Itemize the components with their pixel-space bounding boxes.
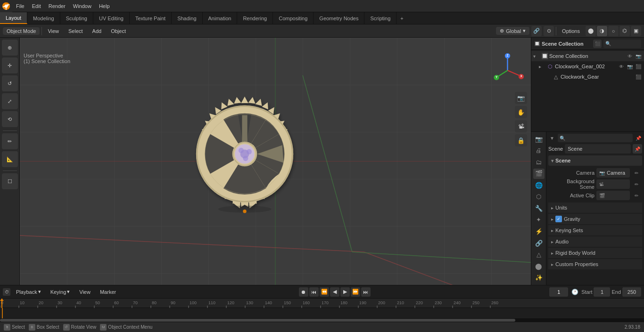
tab-uv-editing[interactable]: UV Editing [93,12,130,24]
clock-icon[interactable]: 🕐 [570,287,579,297]
tab-layout[interactable]: Layout [0,12,27,24]
end-frame-input[interactable]: 250 [622,287,641,297]
transport-next-keyframe[interactable]: ⏩ [351,287,360,297]
tab-sculpting[interactable]: Sculpting [60,12,93,24]
gear002-render-icon[interactable]: 📷 [626,64,634,69]
viewport-shading-solid[interactable]: ⬤ [586,26,596,36]
units-section-header[interactable]: ▸ Units [548,202,642,213]
viewport-camera-view[interactable]: 📽 [515,120,527,132]
menu-help[interactable]: Help [95,0,114,12]
viewport-shading-material[interactable]: ◑ [597,26,607,36]
tab-compositing[interactable]: Compositing [273,12,314,24]
bg-scene-picker[interactable]: 📽 [596,179,630,189]
tab-render-icon[interactable]: 📷 [533,134,545,145]
current-frame-input[interactable]: 1 [549,287,568,297]
viewport-3d[interactable]: User Perspective (1) Scene Collection Z … [20,38,531,285]
tab-output-icon[interactable]: 🖨 [533,146,545,156]
tab-data-icon[interactable]: △ [533,249,545,260]
add-menu[interactable]: Add [89,27,106,35]
visibility-eye-icon[interactable]: 👁 [626,54,634,59]
tab-add-button[interactable]: + [396,16,407,21]
outliner-search[interactable]: 🔍 [603,40,641,48]
menu-window[interactable]: Window [69,0,95,12]
outliner-filter-btn[interactable]: ⬛ [593,40,602,48]
viewport-zoom-camera[interactable]: 📷 [515,92,527,104]
axis-gizmo[interactable]: Z X Y [490,53,525,88]
keying-menu[interactable]: Keying ▾ [47,288,74,296]
transform-global-dropdown[interactable]: ⊕ Global ▾ [496,27,529,35]
tab-world-icon[interactable]: 🌐 [533,180,545,191]
blender-logo-icon[interactable] [0,0,12,12]
gear002-visibility-icon[interactable]: 👁 [618,64,625,69]
gear-mesh-extra[interactable]: ⬛ [635,74,642,80]
view-menu[interactable]: View [44,27,63,35]
tab-particles-icon[interactable]: ✦ [533,215,545,226]
camera-edit-btn[interactable]: ✏ [632,168,641,178]
tab-animation[interactable]: Animation [203,12,238,24]
menu-render[interactable]: Render [45,0,69,12]
gravity-section-header[interactable]: ▸ ✓ Gravity [548,214,642,224]
outliner-clockwork-gear-002[interactable]: ▸ ⬡ Clockwork_Gear_002 👁 📷 ⬛ [531,61,644,72]
scene-name-field[interactable]: Scene [565,144,631,154]
tab-shaderfx-icon[interactable]: ✨ [533,272,545,283]
tab-geometry-nodes[interactable]: Geometry Nodes [314,12,364,24]
cursor-tool[interactable]: ⊕ [2,40,18,56]
transport-jump-end[interactable]: ⏭ [361,287,371,297]
playback-menu[interactable]: Playback ▾ [12,288,45,296]
timeline-view-menu[interactable]: View [75,288,94,296]
tab-physics-icon[interactable]: ⚡ [533,226,545,237]
gear002-extra-icon[interactable]: ⬛ [635,64,642,69]
tab-object-icon[interactable]: ⬡ [533,192,545,202]
audio-section-header[interactable]: ▸ Audio [548,236,642,247]
tab-modifier-icon[interactable]: 🔧 [533,203,545,214]
viewport-lock-btn[interactable]: 🔒 [515,134,527,146]
rigid-body-section-header[interactable]: ▸ Rigid Body World [548,248,642,258]
transport-jump-start[interactable]: ⏮ [309,287,319,297]
tab-material-icon[interactable]: ⬤ [533,261,545,272]
tab-constraint-icon[interactable]: 🔗 [533,238,545,249]
proportional-btn[interactable]: ⊙ [544,26,554,36]
measure-tool[interactable]: 📐 [2,151,18,167]
snap-btn[interactable]: 🔗 [531,26,542,36]
tab-modeling[interactable]: Modeling [27,12,60,24]
gravity-checkbox[interactable]: ✓ [555,216,562,222]
camera-picker[interactable]: 📷 Camera [596,168,630,178]
transport-play-reverse[interactable]: ◀ [330,287,339,297]
properties-filter-icon[interactable]: ▼ [548,134,556,142]
tab-scene-icon[interactable]: 🎬 [533,169,545,179]
tab-texture-paint[interactable]: Texture Paint [130,12,172,24]
transport-prev-keyframe[interactable]: ⏪ [320,287,329,297]
tab-rendering[interactable]: Rendering [237,12,273,24]
tab-view-layer-icon[interactable]: 🗂 [533,157,545,168]
tab-shading[interactable]: Shading [172,12,202,24]
move-tool[interactable]: ✛ [2,57,18,73]
viewport-pan-tool[interactable]: ✋ [515,106,527,118]
select-menu[interactable]: Select [65,27,87,35]
bg-scene-edit-btn[interactable]: ✏ [632,179,641,189]
properties-search[interactable]: 🔍 [558,134,633,142]
transport-play[interactable]: ▶ [340,287,350,297]
menu-edit[interactable]: Edit [28,0,45,12]
scene-section-header[interactable]: ▾ Scene [548,155,642,166]
custom-props-section-header[interactable]: ▸ Custom Properties [548,259,642,269]
active-clip-picker[interactable]: 🎬 [596,191,630,200]
add-object-tool[interactable]: ☐ [2,173,18,189]
timeline-marker-menu[interactable]: Marker [96,288,120,296]
annotate-tool[interactable]: ✏ [2,133,18,149]
viewport-xray-toggle[interactable]: ▣ [631,26,641,36]
timeline-scrollbar-thumb[interactable] [0,319,515,322]
render-camera-icon[interactable]: 📷 [635,54,642,59]
outliner-clockwork-gear-mesh[interactable]: △ Clockwork_Gear ⬛ [531,72,644,82]
keying-sets-section-header[interactable]: ▸ Keying Sets [548,225,642,235]
scale-tool[interactable]: ⤢ [2,93,18,109]
transform-tool[interactable]: ⟲ [2,111,18,127]
object-mode-dropdown[interactable]: Object Mode [3,27,40,35]
tab-scripting[interactable]: Scripting [364,12,396,24]
start-frame-input[interactable]: 1 [594,287,610,297]
object-menu[interactable]: Object [107,27,130,35]
rotate-tool[interactable]: ↺ [2,75,18,91]
options-button[interactable]: Options [558,27,584,35]
timeline-mode-btn[interactable]: ⏱ [3,288,10,296]
menu-file[interactable]: File [12,0,28,12]
transport-record[interactable]: ⏺ [299,287,308,297]
